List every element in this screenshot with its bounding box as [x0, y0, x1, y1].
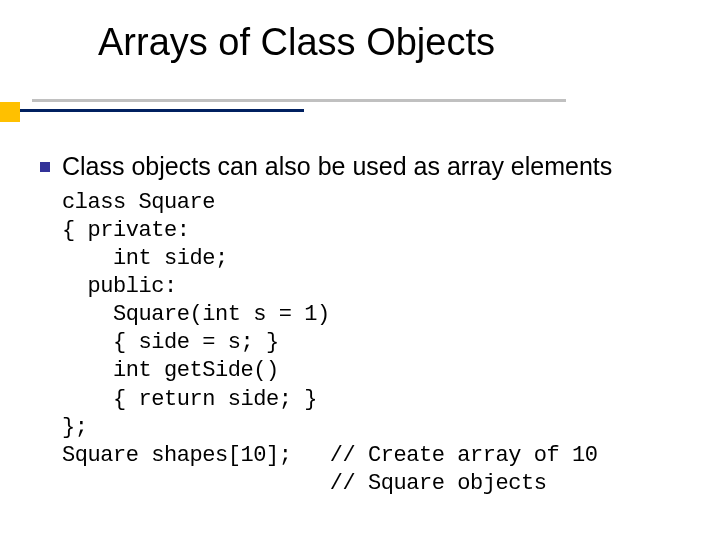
title-decoration: [0, 99, 720, 119]
deco-line-grey: [32, 99, 566, 102]
slide: Arrays of Class Objects Class objects ca…: [0, 0, 720, 540]
code-block: class Square { private: int side; public…: [62, 189, 700, 499]
slide-title: Arrays of Class Objects: [98, 20, 678, 65]
deco-line-navy: [14, 109, 304, 112]
bullet-marker-icon: [40, 162, 50, 172]
deco-square-yellow: [0, 102, 20, 122]
slide-body: Class objects can also be used as array …: [40, 150, 700, 498]
bullet-item: Class objects can also be used as array …: [40, 150, 700, 183]
bullet-text: Class objects can also be used as array …: [62, 150, 612, 183]
title-block: Arrays of Class Objects: [98, 20, 678, 80]
